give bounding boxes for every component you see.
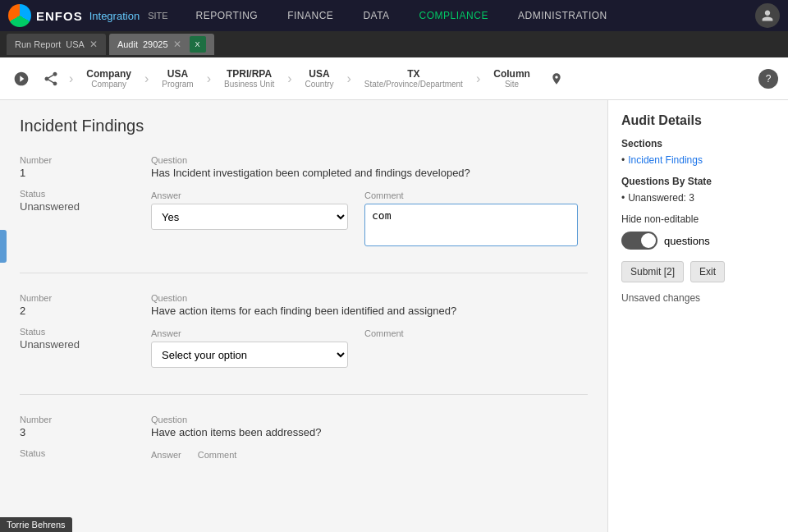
q1-right: Question Has Incident investigation been… xyxy=(151,155,588,246)
q1-number-label: Number xyxy=(20,155,151,165)
breadcrumb-usa-program[interactable]: USA Program xyxy=(155,68,199,89)
sep5: › xyxy=(347,71,351,86)
breadcrumb-tpri[interactable]: TPRI/RPA Business Unit xyxy=(218,68,281,89)
breadcrumb-usa-sublabel: Program xyxy=(162,80,193,89)
exit-button[interactable]: Exit xyxy=(690,261,725,282)
nav-compliance[interactable]: COMPLIANCE xyxy=(405,0,503,31)
q2-status: Unanswered xyxy=(20,338,151,351)
sidebar-buttons: Submit [2] Exit xyxy=(621,261,775,282)
q2-comment-label: Comment xyxy=(364,328,404,338)
q2-answer-select[interactable]: Select your option Yes No N/A xyxy=(151,342,348,368)
breadcrumb-company[interactable]: Company Company xyxy=(80,68,138,89)
sidebar-incident-findings-link[interactable]: Incident Findings xyxy=(621,154,775,166)
sep4: › xyxy=(287,71,291,86)
breadcrumb-tpri-sublabel: Business Unit xyxy=(224,80,274,89)
sidebar-unanswered-count: Unanswered: 3 xyxy=(621,192,775,204)
q2-inputs: Answer Select your option Yes No N/A Com… xyxy=(151,328,588,368)
q2-answer-label: Answer xyxy=(151,328,348,338)
q2-answer-group: Answer Select your option Yes No N/A xyxy=(151,328,348,368)
q2-question-text: Have action items for each finding been … xyxy=(151,305,588,317)
excel-icon[interactable]: X xyxy=(190,36,206,53)
tab-bar: Run Report USA ✕ Audit 29025 ✕ X xyxy=(0,31,788,57)
nav-finance[interactable]: FINANCE xyxy=(273,0,348,31)
q3-left: Number 3 Status xyxy=(20,415,151,468)
q3-answer-group: Answer xyxy=(151,450,181,460)
nav-items: REPORTING FINANCE DATA COMPLIANCE ADMINI… xyxy=(181,0,780,31)
q2-question-label: Question xyxy=(151,293,588,303)
logo-icon xyxy=(8,4,31,27)
breadcrumb-usa-country-label: USA xyxy=(309,68,329,80)
left-edge-tab[interactable] xyxy=(0,230,7,263)
tooltip-bar: Torrie Behrens xyxy=(0,517,72,532)
q1-answer-select[interactable]: Yes No N/A xyxy=(151,204,348,230)
nav-reporting[interactable]: REPORTING xyxy=(181,0,273,31)
q2-left: Number 2 Status Unanswered xyxy=(20,293,151,368)
q3-number: 3 xyxy=(20,426,151,438)
q3-status-label: Status xyxy=(20,448,151,458)
q1-number: 1 xyxy=(20,167,151,179)
tab-audit-close[interactable]: ✕ xyxy=(173,39,181,50)
page-title: Incident Findings xyxy=(20,117,588,135)
sep1: › xyxy=(69,71,73,86)
q1-inputs: Answer Yes No N/A Comment com xyxy=(151,190,588,246)
nav-administration[interactable]: ADMINISTRATION xyxy=(503,0,622,31)
q1-left: Number 1 Status Unanswered xyxy=(20,155,151,246)
sidebar-questions-by-state-label: Questions By State xyxy=(621,176,775,187)
q3-comment-group: Comment xyxy=(198,450,237,460)
q1-comment-input[interactable]: com xyxy=(364,204,578,246)
breadcrumb-usa-country[interactable]: USA Country xyxy=(299,68,341,89)
main-content: Incident Findings Number 1 Status Unansw… xyxy=(0,100,788,532)
breadcrumb-tx-sublabel: State/Province/Department xyxy=(364,80,463,89)
q1-comment-group: Comment com xyxy=(364,190,578,246)
q3-answer-label: Answer xyxy=(151,450,181,460)
location-icon[interactable] xyxy=(547,69,566,89)
question-block-3: Number 3 Status Question Have action ite… xyxy=(20,415,588,468)
breadcrumb-share-icon[interactable] xyxy=(39,67,62,90)
content-area: Incident Findings Number 1 Status Unansw… xyxy=(0,100,607,532)
question-block-1: Number 1 Status Unanswered Question Has … xyxy=(20,155,588,246)
toggle-container: questions xyxy=(621,232,775,250)
user-icon[interactable] xyxy=(755,3,780,28)
breadcrumb-tpri-label: TPRI/RPA xyxy=(227,68,272,80)
breadcrumb-column[interactable]: Column Site xyxy=(487,68,537,89)
q3-right: Question Have action items been addresse… xyxy=(151,415,588,468)
q2-number: 2 xyxy=(20,305,151,317)
sidebar-title: Audit Details xyxy=(621,113,775,128)
q1-status-label: Status xyxy=(20,189,151,199)
tab-run-report-close[interactable]: ✕ xyxy=(89,39,98,50)
hide-questions-toggle[interactable] xyxy=(621,232,657,250)
breadcrumb-column-sublabel: Site xyxy=(505,80,519,89)
q2-number-label: Number xyxy=(20,293,151,303)
q3-question-label: Question xyxy=(151,415,588,424)
q3-question-text: Have action items been addressed? xyxy=(151,426,588,438)
q1-question-text: Has Incident investigation been complete… xyxy=(151,167,588,179)
breadcrumb-column-label: Column xyxy=(493,68,530,80)
sep6: › xyxy=(476,71,480,86)
breadcrumb-network-icon[interactable] xyxy=(10,67,33,90)
q3-number-label: Number xyxy=(20,415,151,424)
help-icon[interactable]: ? xyxy=(758,69,778,89)
breadcrumb-usa-label: USA xyxy=(167,68,188,80)
tab-run-report-tag: USA xyxy=(66,39,85,49)
tab-run-report-label: Run Report xyxy=(15,39,61,49)
breadcrumb-tx-label: TX xyxy=(407,68,419,80)
q1-status: Unanswered xyxy=(20,200,151,213)
tab-audit[interactable]: Audit 29025 ✕ X xyxy=(109,34,214,55)
toggle-questions-label: questions xyxy=(664,235,710,247)
toggle-knob xyxy=(641,233,656,248)
tab-audit-label: Audit xyxy=(117,39,138,49)
breadcrumb-company-sublabel: Company xyxy=(91,80,126,89)
breadcrumb-bar: › Company Company › USA Program › TPRI/R… xyxy=(0,57,788,100)
q2-status-label: Status xyxy=(20,327,151,337)
sidebar: Audit Details Sections Incident Findings… xyxy=(607,100,788,532)
sidebar-hide-label: Hide non-editable xyxy=(621,213,775,225)
breadcrumb-tx[interactable]: TX State/Province/Department xyxy=(358,68,470,89)
q1-question-label: Question xyxy=(151,155,588,165)
q3-comment-label: Comment xyxy=(198,450,237,460)
q1-comment-label: Comment xyxy=(364,190,578,200)
logo-area: ENFOS Integration SITE xyxy=(8,4,168,27)
submit-button[interactable]: Submit [2] xyxy=(621,261,684,282)
q1-answer-label: Answer xyxy=(151,190,348,200)
nav-data[interactable]: DATA xyxy=(348,0,404,31)
tab-run-report[interactable]: Run Report USA ✕ xyxy=(7,34,106,55)
